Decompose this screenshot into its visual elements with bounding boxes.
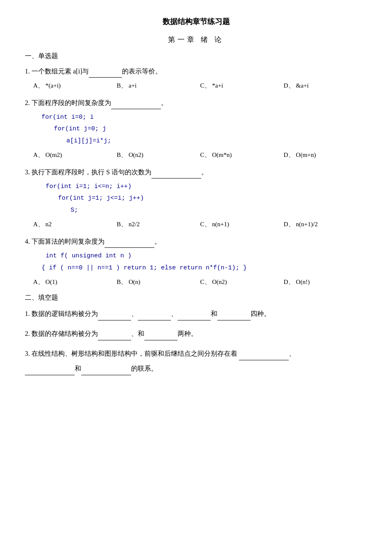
option-1d: D、 &a+i xyxy=(284,80,367,91)
fill-question-2: 2. 数据的存储结构被分为、和两种。 xyxy=(25,327,367,340)
option-3a: A、 n2 xyxy=(33,219,117,230)
question-1-text: 1. 一个数组元素 a[i]与的表示等价。 xyxy=(25,66,367,78)
section1-title: 一、单选题 xyxy=(25,52,367,61)
question-4: 4. 下面算法的时间复杂度为。 int f( unsigned int n ) … xyxy=(25,236,367,288)
option-1a: A、 *(a+i) xyxy=(33,80,117,91)
section2-title: 二、填空题 xyxy=(25,293,367,302)
fill-question-3: 3. 在线性结构、树形结构和图形结构中，前驱和后继结点之间分别存在着 、 和的联… xyxy=(25,347,367,375)
code-block-4: int f( unsigned int n ) { if ( n==0 || n… xyxy=(41,250,367,274)
question-3: 3. 执行下面程序段时，执行 S 语句的次数为。 for(int i=1; i<… xyxy=(25,166,367,230)
question-1: 1. 一个数组元素 a[i]与的表示等价。 A、 *(a+i) B、 a+i C… xyxy=(25,66,367,91)
option-2c: C、 O(m*n) xyxy=(200,149,284,161)
question-2: 2. 下面程序段的时间复杂度为。 for(int i=0; i for(int … xyxy=(25,97,367,161)
option-1b: B、 a+i xyxy=(117,80,200,91)
code-block-2: for(int i=0; i for(int j=0; j a[i][j]=i*… xyxy=(41,112,367,147)
option-2d: D、 O(m+n) xyxy=(284,149,367,161)
option-3d: D、 n(n+1)/2 xyxy=(284,219,367,230)
option-4b: B、 O(n) xyxy=(117,276,200,288)
option-4a: A、 O(1) xyxy=(33,276,117,288)
question-2-text: 2. 下面程序段的时间复杂度为。 xyxy=(25,97,367,109)
question-3-text: 3. 执行下面程序段时，执行 S 语句的次数为。 xyxy=(25,166,367,178)
question-4-text: 4. 下面算法的时间复杂度为。 xyxy=(25,236,367,248)
option-2a: A、 O(m2) xyxy=(33,149,117,161)
option-4d: D、 O(n!) xyxy=(284,276,367,288)
fill-question-1: 1. 数据的逻辑结构被分为、、和四种。 xyxy=(25,307,367,320)
page-title: 数据结构章节练习题 xyxy=(25,17,367,27)
option-2b: B、 O(n2) xyxy=(117,149,200,161)
option-3b: B、 n2/2 xyxy=(117,219,200,230)
chapter-title: 第一章 绪 论 xyxy=(25,35,367,44)
code-block-3: for(int i=1; i<=n; i++) for(int j=1; j<=… xyxy=(41,181,367,217)
option-1c: C、 *a+i xyxy=(200,80,284,91)
option-3c: C、 n(n+1) xyxy=(200,219,284,230)
option-4c: C、 O(n2) xyxy=(200,276,284,288)
